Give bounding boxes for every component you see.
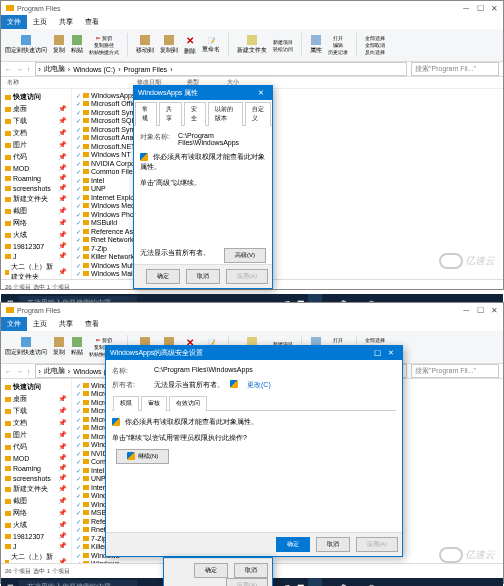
search-input[interactable]: 搜索"Program Fil...": [411, 364, 499, 378]
tab-file[interactable]: 文件: [1, 15, 27, 29]
ok-button[interactable]: 确定: [276, 537, 310, 552]
sidebar-item[interactable]: 代码📌: [3, 441, 69, 453]
pin-button[interactable]: 固定到快速访问: [5, 337, 47, 357]
up-button[interactable]: ↑: [27, 66, 31, 73]
close-button[interactable]: ✕: [487, 303, 501, 317]
dialog-titlebar[interactable]: WindowsApps的高级安全设置 ☐ ✕: [106, 346, 402, 360]
sidebar-item[interactable]: 新建文件夹📌: [3, 483, 69, 495]
minimize-button[interactable]: ─: [459, 1, 473, 15]
tab-share[interactable]: 共享: [53, 317, 79, 331]
cancel-button[interactable]: 取消: [234, 563, 268, 578]
dialog-close-button[interactable]: ✕: [254, 89, 268, 97]
tab-view[interactable]: 查看: [79, 15, 105, 29]
tab-sharing[interactable]: 共享: [159, 102, 181, 126]
sidebar-item[interactable]: MOD📌: [3, 163, 69, 173]
open-small[interactable]: 打开编辑历史记录: [328, 35, 348, 55]
settings-icon[interactable]: ⚙: [336, 578, 350, 586]
dialog-maximize-button[interactable]: ☐: [370, 346, 384, 360]
taskbar-search[interactable]: ○ 在这里输入你要搜索的内容: [19, 580, 137, 586]
tab-home[interactable]: 主页: [27, 317, 53, 331]
sidebar-item[interactable]: J📌: [3, 541, 69, 551]
sidebar-item[interactable]: Roaming📌: [3, 463, 69, 473]
store-icon[interactable]: ⬒: [294, 578, 308, 586]
explorer-icon[interactable]: ▬: [308, 578, 322, 586]
newfolder-button[interactable]: 新建文件夹: [237, 35, 267, 55]
cancel-button[interactable]: 取消: [186, 269, 220, 284]
sidebar-item[interactable]: 大二（上）新建文件夹📌: [3, 551, 69, 563]
sidebar-item[interactable]: 截图📌: [3, 205, 69, 217]
copy-button[interactable]: 复制: [53, 337, 65, 357]
forward-button[interactable]: →: [16, 66, 23, 73]
cancel-button[interactable]: 取消: [316, 537, 350, 552]
sidebar-item[interactable]: 截图📌: [3, 495, 69, 507]
sidebar-item[interactable]: 图片📌: [3, 139, 69, 151]
cortana-icon[interactable]: ◑: [280, 578, 294, 586]
moveto-button[interactable]: 移动到: [136, 35, 154, 55]
sidebar-item[interactable]: 下载📌: [3, 405, 69, 417]
apply-button[interactable]: 应用(A): [356, 537, 398, 552]
sidebar-item[interactable]: 桌面📌: [3, 393, 69, 405]
sidebar-item[interactable]: J📌: [3, 251, 69, 261]
paste-button[interactable]: 粘贴: [71, 337, 83, 357]
edge-icon[interactable]: e: [322, 578, 336, 586]
sidebar-quick-access[interactable]: 快速访问: [3, 381, 69, 393]
ok-button[interactable]: 确定: [194, 563, 228, 578]
clipboard-small[interactable]: ✂ 剪切 复制路径 粘贴快捷方式: [89, 35, 119, 55]
properties-button[interactable]: 属性: [310, 35, 322, 55]
tab-auditing[interactable]: 审核: [141, 396, 167, 411]
maximize-button[interactable]: ☐: [473, 1, 487, 15]
select-small[interactable]: 全部选择全部取消反向选择: [365, 35, 385, 55]
sidebar-item[interactable]: 19812307📌: [3, 531, 69, 541]
ok-button[interactable]: 确定: [146, 269, 180, 284]
sidebar-item[interactable]: screenshots📌: [3, 473, 69, 483]
start-button[interactable]: ⊞: [1, 578, 19, 586]
copy-button[interactable]: 复制: [53, 35, 65, 55]
pin-button[interactable]: 固定到快速访问: [5, 35, 47, 55]
sidebar-item[interactable]: 网络📌: [3, 507, 69, 519]
tab-file[interactable]: 文件: [1, 317, 27, 331]
up-button[interactable]: ↑: [27, 368, 31, 375]
copyto-button[interactable]: 复制到: [160, 35, 178, 55]
dialog-close-button[interactable]: ✕: [384, 349, 398, 357]
sidebar-item[interactable]: 图片📌: [3, 429, 69, 441]
tab-permissions[interactable]: 权限: [113, 396, 139, 411]
sidebar-item[interactable]: 19812307📌: [3, 241, 69, 251]
sidebar-item[interactable]: screenshots📌: [3, 183, 69, 193]
change-owner-link[interactable]: 更改(C): [247, 380, 271, 390]
folder-row[interactable]: ✓Windows: [74, 560, 501, 564]
sidebar-item[interactable]: 火绒📌: [3, 229, 69, 241]
tab-effective[interactable]: 有效访问: [169, 396, 207, 411]
tab-view[interactable]: 查看: [79, 317, 105, 331]
apply-button[interactable]: 应用(A): [226, 269, 268, 284]
sidebar-item[interactable]: 新建文件夹📌: [3, 193, 69, 205]
continue-button[interactable]: 继续(N): [116, 449, 169, 464]
back-button[interactable]: ←: [5, 66, 12, 73]
sidebar-item[interactable]: 火绒📌: [3, 519, 69, 531]
tab-home[interactable]: 主页: [27, 15, 53, 29]
sidebar-item[interactable]: 文档📌: [3, 127, 69, 139]
tab-previous[interactable]: 以前的版本: [208, 102, 243, 126]
close-button[interactable]: ✕: [487, 1, 501, 15]
search-input[interactable]: 搜索"Program Fil...": [411, 62, 499, 76]
tab-general[interactable]: 常规: [135, 102, 157, 126]
sidebar-item[interactable]: 网络📌: [3, 217, 69, 229]
sidebar-item[interactable]: 文档📌: [3, 417, 69, 429]
maximize-button[interactable]: ☐: [473, 303, 487, 317]
browser-icon[interactable]: ●: [350, 578, 364, 586]
tab-security[interactable]: 安全: [184, 102, 206, 126]
rename-button[interactable]: 📝重命名: [202, 37, 220, 54]
tab-share[interactable]: 共享: [53, 15, 79, 29]
sidebar-quick-access[interactable]: 快速访问: [3, 91, 69, 103]
tab-custom[interactable]: 自定义: [245, 102, 271, 126]
sidebar-item[interactable]: 大二（上）新建文件夹📌: [3, 261, 69, 279]
address-bar[interactable]: ›此电脑›Windows (C:)›Program Files›: [35, 62, 408, 76]
new-small[interactable]: 新建项目轻松访问: [273, 39, 293, 52]
sidebar-item[interactable]: 代码📌: [3, 151, 69, 163]
advanced-button[interactable]: 高级(V): [224, 248, 266, 263]
forward-button[interactable]: →: [16, 368, 23, 375]
sidebar-item[interactable]: Roaming📌: [3, 173, 69, 183]
minimize-button[interactable]: ─: [459, 303, 473, 317]
paste-button[interactable]: 粘贴: [71, 35, 83, 55]
dialog-titlebar[interactable]: WindowsApps 属性 ✕: [134, 86, 272, 100]
sidebar-item[interactable]: MOD📌: [3, 453, 69, 463]
